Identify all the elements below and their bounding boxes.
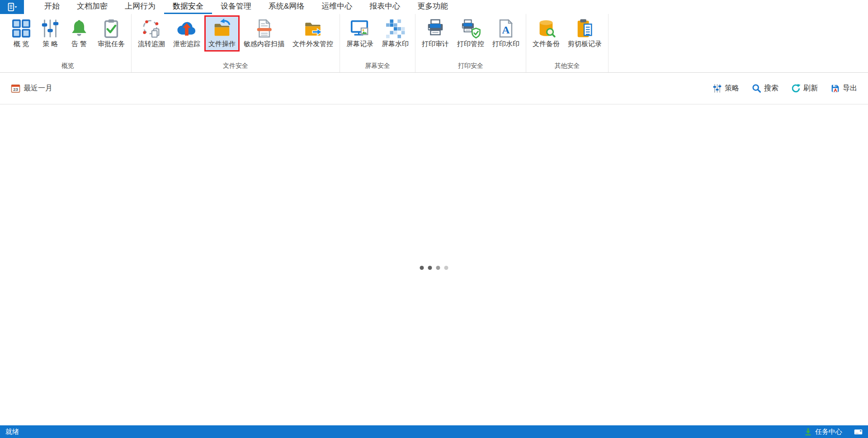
ribbon-group-label: 打印安全 <box>415 61 526 72</box>
ribbon-button-screen-watermark[interactable]: 屏幕水印 <box>377 15 413 52</box>
ribbon-group-screen-security: 屏幕记录屏幕水印屏幕安全 <box>340 14 415 72</box>
status-bar: 就绪 任务中心 <box>0 425 868 438</box>
approval-clipboard-icon <box>101 18 122 39</box>
ribbon-button-file-backup[interactable]: 文件备份 <box>528 15 564 52</box>
tab-more-features[interactable]: 更多功能 <box>409 0 457 14</box>
policy-sliders-icon <box>40 18 61 39</box>
file-backup-icon <box>536 18 557 39</box>
status-ready-text: 就绪 <box>5 428 19 436</box>
ribbon-button-label: 剪切板记录 <box>568 40 602 48</box>
ribbon-button-file-outgoing-control[interactable]: 文件外发管控 <box>288 15 337 52</box>
ribbon-button-print-control[interactable]: 打印管控 <box>453 15 488 52</box>
toolbar-action-search[interactable]: 搜索 <box>752 84 778 93</box>
app-menu-icon <box>7 2 18 12</box>
ribbon-button-alert[interactable]: 告 警 <box>65 15 94 52</box>
ribbon-button-label: 打印审计 <box>422 40 449 48</box>
tab-home[interactable]: 开始 <box>36 0 68 14</box>
calendar-icon: 23 <box>11 84 20 93</box>
date-filter-button[interactable]: 23 最近一月 <box>11 84 52 93</box>
ribbon-button-label: 概 览 <box>14 40 29 48</box>
app-menu-button[interactable] <box>0 0 24 14</box>
ribbon-button-clipboard-record[interactable]: 剪切板记录 <box>564 15 606 52</box>
ribbon-button-approval-tasks[interactable]: 审批任务 <box>94 15 129 52</box>
ribbon-button-label: 文件备份 <box>533 40 560 48</box>
ribbon-group-print-security: 打印审计打印管控A打印水印打印安全 <box>415 14 526 72</box>
task-center-download-icon <box>804 428 812 436</box>
toolbar-action-label: 搜索 <box>764 84 778 93</box>
ribbon-button-label: 告 警 <box>71 40 87 48</box>
ribbon-group-items: 屏幕记录屏幕水印 <box>340 14 415 61</box>
refresh-icon <box>791 84 801 93</box>
status-right: 任务中心 <box>804 428 863 436</box>
toolbar-action-label: 刷新 <box>803 84 818 93</box>
ribbon-button-file-operation[interactable]: 文件操作 <box>204 15 240 52</box>
tab-bar: 开始文档加密上网行为数据安全设备管理系统&网络运维中心报表中心更多功能 <box>0 0 868 14</box>
tab-data-security[interactable]: 数据安全 <box>164 0 212 14</box>
ribbon-tabs: 开始文档加密上网行为数据安全设备管理系统&网络运维中心报表中心更多功能 <box>36 0 457 14</box>
tab-ops-center[interactable]: 运维中心 <box>313 0 361 14</box>
tab-report-center[interactable]: 报表中心 <box>361 0 409 14</box>
ribbon-group-label: 其他安全 <box>526 61 608 72</box>
loading-dot <box>444 266 448 270</box>
tab-system-network[interactable]: 系统&网络 <box>260 0 313 14</box>
screen-watermark-icon <box>385 18 406 39</box>
ribbon-button-label: 流转追溯 <box>138 40 165 48</box>
svg-text:A: A <box>502 24 510 36</box>
ribbon-group-overview: 概 览策 略告 警审批任务概览 <box>5 14 132 72</box>
task-center-button[interactable]: 任务中心 <box>804 428 842 436</box>
ribbon-group-items: 文件备份剪切板记录 <box>526 14 608 61</box>
ribbon: 概 览策 略告 警审批任务概览流转追溯泄密追踪文件操作敏感内容扫描文件外发管控文… <box>0 14 868 73</box>
file-outgoing-folder-icon <box>302 18 323 39</box>
ribbon-button-label: 策 略 <box>42 40 58 48</box>
ribbon-group-items: 概 览策 略告 警审批任务 <box>5 14 131 61</box>
ribbon-group-label: 文件安全 <box>132 61 340 72</box>
loading-dot <box>420 266 424 270</box>
ribbon-button-label: 屏幕记录 <box>346 40 373 48</box>
toolbar-action-export[interactable]: 导出 <box>830 84 857 93</box>
tab-internet-behavior[interactable]: 上网行为 <box>116 0 164 14</box>
ribbon-group-label: 屏幕安全 <box>340 61 415 72</box>
loading-dot <box>436 266 440 270</box>
ribbon-button-label: 文件外发管控 <box>292 40 333 48</box>
ribbon-group-file-security: 流转追溯泄密追踪文件操作敏感内容扫描文件外发管控文件安全 <box>132 14 340 72</box>
ribbon-group-items: 流转追溯泄密追踪文件操作敏感内容扫描文件外发管控 <box>132 14 340 61</box>
overview-grid-icon <box>11 18 32 39</box>
ribbon-button-leak-tracking[interactable]: 泄密追踪 <box>169 15 204 52</box>
task-center-label: 任务中心 <box>815 428 842 436</box>
tab-doc-encryption[interactable]: 文档加密 <box>68 0 116 14</box>
tab-device-management[interactable]: 设备管理 <box>212 0 260 14</box>
content-area <box>0 104 868 425</box>
svg-text:23: 23 <box>13 87 18 92</box>
file-operation-folder-icon <box>212 18 232 39</box>
ribbon-button-print-watermark[interactable]: A打印水印 <box>488 15 524 52</box>
message-panel-icon[interactable] <box>854 428 863 436</box>
ribbon-button-screen-recording[interactable]: 屏幕记录 <box>342 15 377 52</box>
ribbon-button-label: 打印管控 <box>457 40 484 48</box>
clipboard-record-icon <box>575 18 595 39</box>
ribbon-group-other-security: 文件备份剪切板记录其他安全 <box>526 14 609 72</box>
loading-indicator <box>420 266 448 270</box>
print-watermark-icon: A <box>495 18 516 39</box>
toolbar-action-label: 导出 <box>843 84 857 93</box>
print-control-icon <box>460 18 481 39</box>
ribbon-button-label: 屏幕水印 <box>382 40 409 48</box>
toolbar-action-label: 策略 <box>725 84 739 93</box>
ribbon-button-sensitive-content-scan[interactable]: 敏感内容扫描 <box>240 15 288 52</box>
alert-bell-icon <box>69 18 90 39</box>
screen-record-icon <box>349 18 370 39</box>
policy-sliders-small-icon <box>712 84 722 93</box>
date-filter-label: 最近一月 <box>24 84 52 93</box>
ribbon-button-flow-trace[interactable]: 流转追溯 <box>134 15 169 52</box>
ribbon-button-print-audit[interactable]: 打印审计 <box>418 15 453 52</box>
ribbon-group-label: 概览 <box>5 61 131 72</box>
ribbon-button-policy[interactable]: 策 略 <box>36 15 65 52</box>
ribbon-button-overview[interactable]: 概 览 <box>7 15 36 52</box>
ribbon-button-label: 打印水印 <box>492 40 519 48</box>
ribbon-group-items: 打印审计打印管控A打印水印 <box>415 14 526 61</box>
toolbar-action-refresh[interactable]: 刷新 <box>791 84 818 93</box>
app-window: { "colors":{ "accent_blue":"#1274c7", "s… <box>0 0 868 438</box>
ribbon-button-label: 敏感内容扫描 <box>244 40 284 48</box>
ribbon-button-label: 泄密追踪 <box>173 40 200 48</box>
trace-flow-icon <box>141 18 162 39</box>
toolbar-action-policy[interactable]: 策略 <box>712 84 739 93</box>
